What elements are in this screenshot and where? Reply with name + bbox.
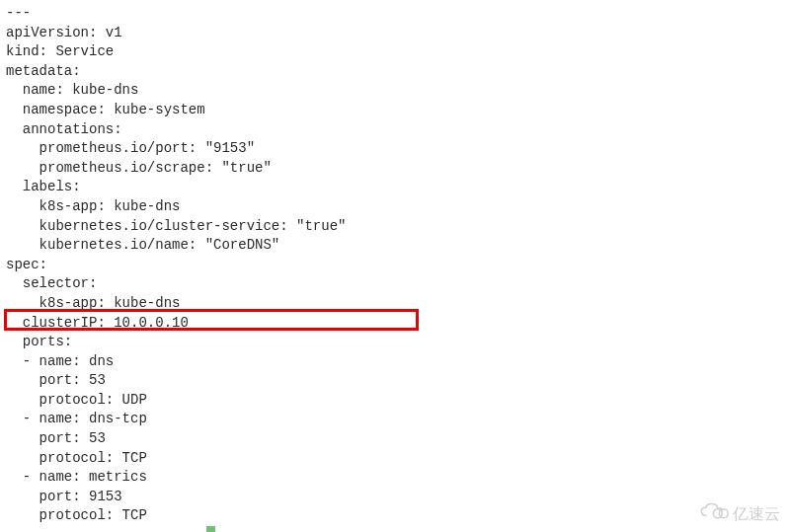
code-line: - name: dns-tcp <box>6 410 790 429</box>
code-line: namespace: kube-system <box>6 101 790 120</box>
code-line: --- <box>6 4 790 24</box>
code-line: port: 53 <box>6 371 790 391</box>
code-line: - name: dns <box>6 352 790 372</box>
code-line: port: 53 <box>6 429 790 449</box>
code-line: clusterIP: 10.0.0.10 <box>6 314 790 334</box>
code-line: labels: <box>6 178 790 197</box>
code-line: apiVersion: v1 <box>6 24 790 43</box>
code-line: ports: <box>6 333 790 352</box>
code-line: name: kube-dns <box>6 81 790 101</box>
code-line: annotations: <box>6 120 790 140</box>
code-line: selector: <box>6 274 790 294</box>
code-line: kubernetes.io/name: "CoreDNS" <box>6 236 790 256</box>
code-line: kubernetes.io/cluster-service: "true" <box>6 217 790 237</box>
code-line: kind: Service <box>6 42 790 62</box>
code-line: protocol: TCP <box>6 506 790 526</box>
code-line: metadata: <box>6 62 790 82</box>
code-line: protocol: UDP <box>6 391 790 411</box>
code-line: spec: <box>6 256 790 275</box>
code-line: prometheus.io/port: "9153" <box>6 139 790 159</box>
code-line: protocol: TCP <box>6 449 790 469</box>
code-line: prometheus.io/scrape: "true" <box>6 159 790 179</box>
code-line: k8s-app: kube-dns <box>6 197 790 217</box>
terminal-cursor <box>206 526 215 532</box>
yaml-code-block: ---apiVersion: v1kind: Servicemetadata: … <box>6 4 790 526</box>
code-line: k8s-app: kube-dns <box>6 294 790 314</box>
code-line: port: 9153 <box>6 488 790 507</box>
code-line: - name: metrics <box>6 468 790 488</box>
